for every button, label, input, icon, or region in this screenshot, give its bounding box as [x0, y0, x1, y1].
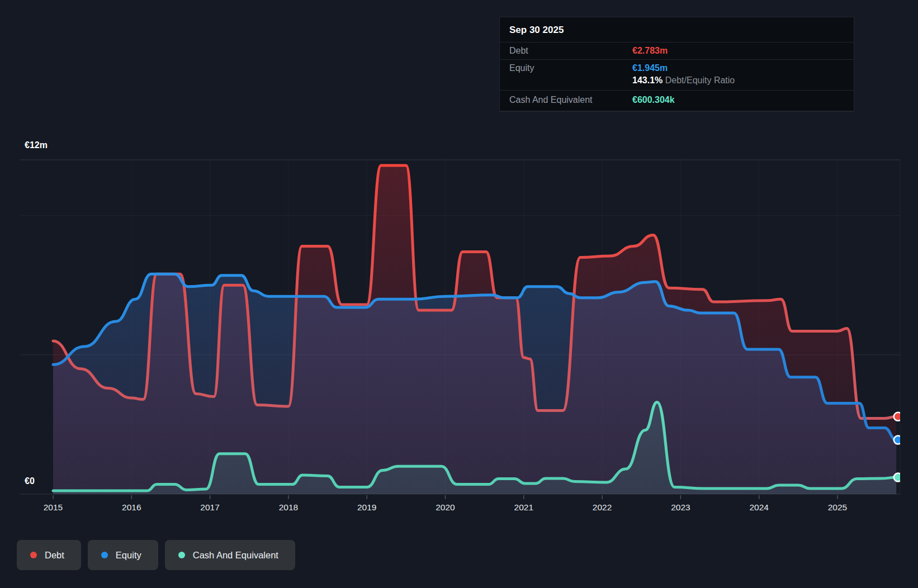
tooltip-equity-label: Equity — [509, 63, 632, 73]
legend-item-cash[interactable]: Cash And Equivalent — [165, 540, 295, 570]
debt-equity-history-chart: 2015201620172018201920202021202220232024… — [0, 0, 918, 588]
year-label-2025: 2025 — [828, 502, 847, 512]
tooltip-row-equity: Equity €1.945m — [500, 60, 854, 74]
year-label-2016: 2016 — [122, 502, 141, 512]
year-label-2019: 2019 — [357, 502, 376, 512]
tooltip-cash-label: Cash And Equivalent — [509, 95, 632, 105]
year-label-2017: 2017 — [200, 502, 219, 512]
legend-cash-label: Cash And Equivalent — [193, 550, 278, 561]
year-label-2018: 2018 — [279, 502, 298, 512]
legend-item-equity[interactable]: Equity — [88, 540, 158, 570]
debt-equity-ratio-value: 143.1% — [632, 75, 663, 85]
chart-tooltip: Sep 30 2025 Debt €2.783m Equity €1.945m … — [499, 17, 854, 112]
tooltip-date: Sep 30 2025 — [500, 17, 854, 42]
tooltip-row-cash: Cash And Equivalent €600.304k — [500, 91, 854, 111]
year-label-2021: 2021 — [514, 502, 533, 512]
cash-dot-icon — [178, 552, 185, 558]
legend-equity-label: Equity — [116, 550, 141, 561]
year-label-2015: 2015 — [44, 502, 63, 512]
year-label-2020: 2020 — [436, 502, 455, 512]
year-label-2024: 2024 — [749, 502, 769, 512]
chart-legend: Debt Equity Cash And Equivalent — [17, 540, 295, 570]
y-axis-zero-label: €0 — [25, 476, 35, 486]
tooltip-debt-value: €2.783m — [632, 46, 844, 56]
debt-endpoint-marker — [894, 412, 902, 421]
debt-dot-icon — [30, 552, 37, 558]
year-label-2022: 2022 — [593, 502, 612, 512]
tooltip-row-debt: Debt €2.783m — [500, 42, 854, 60]
cash-endpoint-marker — [894, 473, 902, 482]
tooltip-equity-value: €1.945m — [632, 63, 844, 73]
y-axis-max-label: €12m — [25, 140, 48, 150]
equity-dot-icon — [101, 552, 108, 558]
legend-item-debt[interactable]: Debt — [17, 540, 81, 570]
tooltip-cash-value: €600.304k — [632, 95, 844, 105]
legend-debt-label: Debt — [45, 550, 64, 561]
year-label-2023: 2023 — [671, 502, 690, 512]
debt-equity-ratio-label: Debt/Equity Ratio — [665, 75, 735, 85]
equity-endpoint-marker — [894, 436, 902, 444]
tooltip-row-ratio: 143.1% Debt/Equity Ratio — [500, 74, 854, 91]
tooltip-debt-label: Debt — [509, 46, 632, 56]
